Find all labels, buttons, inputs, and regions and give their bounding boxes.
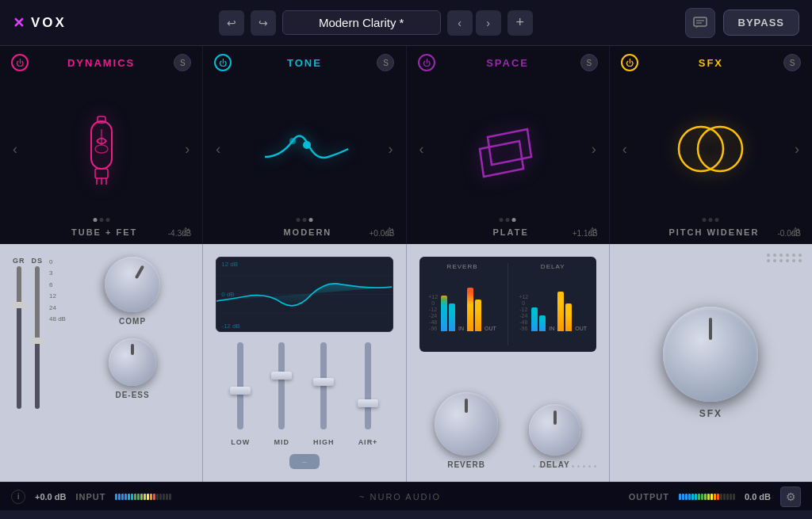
reverb-scale: +12 0 -12 -24 -48 -96 [428,294,438,331]
sfx-prev-button[interactable]: ‹ [616,135,634,164]
delay-in-label: IN [549,326,554,331]
bypass-button[interactable]: BYPASS [723,10,800,36]
preset-next-button[interactable]: › [476,10,501,36]
sfx-speaker-grille [767,254,802,262]
space-next-button[interactable]: › [585,135,603,164]
fader-low: LOW [231,338,250,446]
low-fader[interactable] [237,342,243,429]
app-logo: ✕ VOX [13,14,67,32]
chat-button[interactable] [685,8,715,38]
tone-effect-name: MODERN [230,227,385,237]
reverb-bars: +12 0 -12 -24 -48 -96 IN [428,272,496,331]
dynamics-scale: 0 3 6 12 24 48 dB [49,257,66,325]
input-meter-strip [115,494,171,500]
sfx-controls-inner: SFX [622,257,799,469]
redo-button[interactable]: ↪ [251,10,276,36]
tone-controls: 12 dB 0 dB -12 dB [203,244,406,482]
preset-name-input[interactable] [282,10,441,35]
reverb-knob[interactable] [435,392,498,456]
sfx-s-button[interactable]: S [783,54,801,71]
add-preset-button[interactable]: + [508,10,533,36]
space-knobs: REVERB DELAY [419,358,596,469]
delay-meter-label: DELAY [541,263,565,270]
eq-display: 12 dB 0 dB -12 dB [216,257,393,332]
tone-power-button[interactable]: ⏻ [214,54,232,71]
delay-knob[interactable] [529,404,580,456]
reverb-out-bars [467,272,481,331]
dynamics-db: -4.3dB [168,229,191,238]
sfx-next-button[interactable]: › [788,135,806,164]
fader-air-label: AIR+ [358,438,378,446]
air-fader[interactable] [365,342,371,429]
gr-slider[interactable] [17,266,21,409]
panels-row: ⏻ DYNAMICS S ‹ [0,46,812,244]
sfx-knob[interactable] [663,307,758,402]
comp-knob[interactable] [94,246,170,322]
preset-prev-button[interactable]: ‹ [447,10,473,36]
tone-dot-1 [296,218,300,222]
sfx-title: SFX [699,57,723,69]
tone-s-button[interactable]: S [377,54,394,71]
reverb-in-bars [441,272,455,331]
space-s-button[interactable]: S [580,54,598,71]
dynamics-power-button[interactable]: ⏻ [11,54,29,71]
slider-gr-label: GR [13,257,25,265]
tone-next-button[interactable]: › [382,135,400,164]
output-label: OUTPUT [629,492,669,502]
delay-out-label: OUT [575,326,587,331]
delay-in-right [539,315,546,331]
sfx-effect-name: PITCH WIDENER [637,227,791,237]
tone-panel: ⏻ TONE S ‹ › MODERN ⏱ +0.0dB [203,46,406,244]
sfx-db: -0.0dB [778,229,801,238]
tone-dot-2 [302,218,306,222]
preset-nav: ‹ › [447,10,501,36]
space-controls-inner: REVERB +12 0 -12 -24 -48 -96 [419,257,596,469]
dynamics-effect-name: TUBE + FET [27,227,182,237]
tone-dot-3 [308,218,312,222]
space-grille [533,465,596,467]
dynamics-nav: ‹ [0,74,202,223]
tone-faders: LOW MID HIGH [216,338,393,446]
info-button[interactable]: i [11,490,25,504]
output-db: 0.0 dB [745,492,771,502]
fader-mid-label: MID [274,438,289,446]
tone-mode-button[interactable]: ⏤ [289,454,320,469]
eq-curve [216,258,392,331]
high-fader[interactable] [320,342,327,429]
dynamics-next-button[interactable]: › [178,135,196,164]
sfx-dot-1 [703,218,707,222]
output-settings-button[interactable]: ⚙ [780,487,801,507]
undo-button[interactable]: ↩ [219,10,244,36]
reverb-out-label: OUT [485,326,496,331]
space-power-button[interactable]: ⏻ [418,54,435,71]
slider-col-gr: GR [13,257,25,409]
tone-visual-icon [257,117,352,181]
input-label: INPUT [75,492,105,502]
sfx-power-button[interactable]: ⏻ [621,54,638,71]
svg-point-11 [303,141,311,149]
delay-in-left [531,307,538,331]
fader-high-label: HIGH [313,438,335,446]
ds-slider[interactable] [35,266,40,409]
dynamics-s-button[interactable]: S [174,54,191,71]
fader-mid-wrap [278,338,285,433]
dynamics-prev-button[interactable]: ‹ [6,135,24,164]
dynamics-visual-icon [74,105,129,193]
dynamics-panel: ⏻ DYNAMICS S ‹ [0,46,203,244]
space-dot-3 [512,218,516,222]
reverb-out-right [475,300,481,331]
space-controls: REVERB +12 0 -12 -24 -48 -96 [407,244,610,482]
space-title: SPACE [486,57,529,69]
delay-knob-col: DELAY [529,404,580,469]
reverb-in-left [441,296,447,331]
space-visual-icon [468,113,547,185]
delay-scale: +12 0 -12 -24 -48 -96 [519,294,528,331]
deess-knob[interactable] [109,338,156,386]
space-prev-button[interactable]: ‹ [413,135,431,164]
sfx-nav: ‹ › [610,74,812,223]
fader-high-wrap [320,338,327,433]
svg-point-16 [698,127,742,171]
mid-fader[interactable] [278,342,285,429]
tone-prev-button[interactable]: ‹ [209,135,227,164]
dynamics-header: ⏻ DYNAMICS S [0,46,202,74]
